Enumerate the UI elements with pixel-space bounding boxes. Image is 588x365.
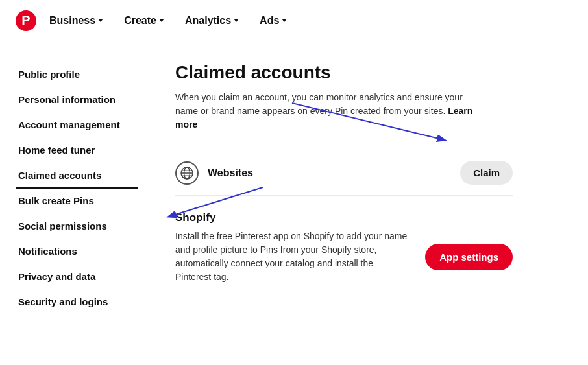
pinterest-logo[interactable]: [16, 10, 36, 31]
nav-ads[interactable]: Ads: [252, 10, 295, 32]
sidebar-item-claimed-accounts[interactable]: Claimed accounts: [16, 163, 138, 189]
chevron-down-icon: [159, 19, 164, 22]
sidebar: Public profile Personal information Acco…: [0, 41, 149, 365]
sidebar-item-personal-information[interactable]: Personal information: [16, 88, 138, 113]
sidebar-item-home-feed-tuner[interactable]: Home feed tuner: [16, 138, 138, 163]
main-layout: Public profile Personal information Acco…: [0, 41, 588, 365]
nav-analytics[interactable]: Analytics: [177, 10, 247, 32]
sidebar-item-bulk-create-pins[interactable]: Bulk create Pins: [16, 189, 138, 214]
chevron-down-icon: [234, 19, 239, 22]
svg-line-0: [169, 187, 263, 217]
nav-business-label: Business: [49, 15, 95, 27]
sidebar-item-social-permissions[interactable]: Social permissions: [16, 214, 138, 239]
sidebar-item-security-and-logins[interactable]: Security and logins: [16, 290, 138, 315]
nav-create[interactable]: Create: [116, 10, 172, 32]
main-content: Claimed accounts When you claim an accou…: [149, 41, 588, 365]
svg-line-1: [292, 103, 445, 140]
sidebar-item-notifications[interactable]: Notifications: [16, 239, 138, 265]
sidebar-item-account-management[interactable]: Account management: [16, 113, 138, 138]
sidebar-item-privacy-and-data[interactable]: Privacy and data: [16, 265, 138, 290]
navbar: Business Create Analytics Ads: [0, 0, 588, 41]
chevron-down-icon: [282, 19, 287, 22]
nav-ads-label: Ads: [260, 15, 279, 27]
sidebar-item-public-profile[interactable]: Public profile: [16, 62, 138, 88]
nav-analytics-label: Analytics: [185, 15, 231, 27]
nav-create-label: Create: [124, 15, 156, 27]
annotation-arrows: [149, 41, 588, 365]
nav-business[interactable]: Business: [42, 10, 111, 32]
chevron-down-icon: [98, 19, 103, 22]
